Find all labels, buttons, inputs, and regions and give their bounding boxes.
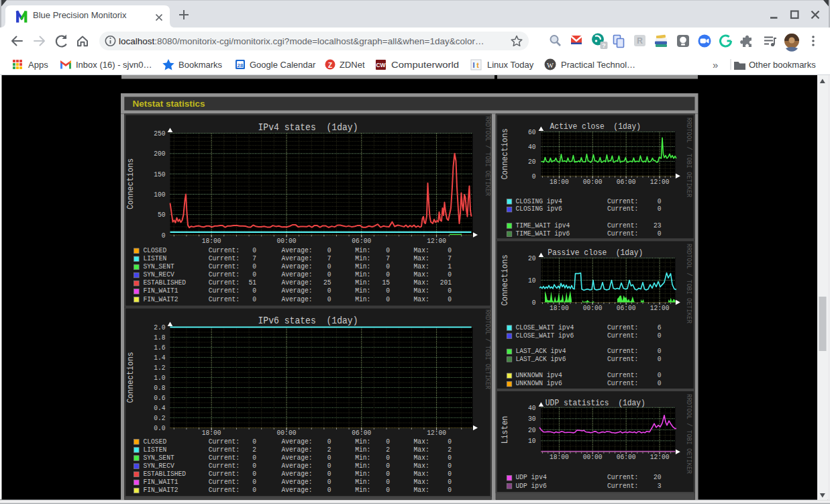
- svg-text:Current:: Current:: [607, 205, 638, 213]
- svg-text:IPv4 states (1day): IPv4 states (1day): [258, 122, 358, 133]
- svg-text:FIN_WAIT1: FIN_WAIT1: [144, 287, 178, 295]
- svg-text:0: 0: [386, 470, 390, 478]
- svg-text:Min:: Min:: [355, 478, 370, 486]
- svg-text:20: 20: [528, 426, 536, 434]
- svg-text:0.8: 0.8: [154, 384, 165, 392]
- svg-text:0: 0: [448, 270, 452, 279]
- svg-text:FIN_WAIT1: FIN_WAIT1: [144, 478, 178, 486]
- svg-text:Current:: Current:: [607, 473, 638, 481]
- svg-text:LISTEN: LISTEN: [144, 254, 167, 262]
- svg-text:25: 25: [323, 279, 331, 287]
- svg-text:0: 0: [448, 470, 452, 478]
- svg-text:Current:: Current:: [209, 254, 240, 262]
- svg-text:00:00: 00:00: [583, 453, 603, 461]
- svg-text:3: 3: [658, 482, 662, 490]
- svg-text:Current:: Current:: [209, 262, 240, 270]
- svg-text:0: 0: [386, 295, 390, 303]
- svg-text:2.0: 2.0: [154, 323, 165, 332]
- svg-text:0: 0: [327, 270, 331, 279]
- svg-text:0: 0: [252, 270, 256, 279]
- svg-text:Average:: Average:: [281, 262, 312, 270]
- svg-text:Current:: Current:: [209, 446, 240, 454]
- svg-text:0: 0: [386, 246, 390, 254]
- svg-text:0: 0: [327, 454, 331, 462]
- svg-text:00:00: 00:00: [583, 304, 603, 312]
- svg-text:06:00: 06:00: [617, 178, 636, 186]
- svg-text:Max:: Max:: [414, 462, 429, 470]
- svg-text:00:00: 00:00: [277, 429, 297, 437]
- svg-text:0: 0: [252, 462, 256, 470]
- svg-text:Current:: Current:: [209, 287, 240, 295]
- svg-text:»: »: [713, 59, 718, 70]
- svg-text:0: 0: [658, 379, 662, 387]
- svg-text:CLOSED: CLOSED: [144, 438, 167, 446]
- svg-text:06:00: 06:00: [352, 237, 371, 245]
- svg-text:FIN_WAIT2: FIN_WAIT2: [144, 295, 178, 303]
- svg-text:CLOSE_WAIT ipv4: CLOSE_WAIT ipv4: [516, 323, 574, 332]
- svg-text:20: 20: [528, 158, 536, 166]
- svg-text:Max:: Max:: [414, 262, 429, 270]
- svg-text:0: 0: [327, 246, 331, 254]
- svg-text:RRDTOOL / TOBI OETIKER: RRDTOOL / TOBI OETIKER: [685, 117, 692, 197]
- svg-text:Min:: Min:: [355, 295, 370, 303]
- svg-text:l: l: [472, 61, 474, 69]
- svg-text:Passive close (1day): Passive close (1day): [548, 248, 643, 258]
- svg-text:6: 6: [658, 323, 662, 332]
- svg-text:Max:: Max:: [414, 470, 429, 478]
- svg-text:0: 0: [658, 230, 662, 238]
- svg-text:CW: CW: [376, 62, 386, 68]
- svg-text:Other bookmarks: Other bookmarks: [749, 60, 816, 70]
- svg-text:Connections: Connections: [500, 128, 510, 179]
- svg-text:FIN_WAIT2: FIN_WAIT2: [144, 486, 178, 494]
- svg-text:Google Calendar: Google Calendar: [250, 60, 316, 70]
- svg-text:Current:: Current:: [607, 379, 638, 387]
- svg-text:UNKNOWN ipv4: UNKNOWN ipv4: [516, 371, 563, 379]
- svg-text:0: 0: [658, 205, 662, 213]
- svg-text:0.6: 0.6: [154, 394, 165, 402]
- svg-text:0: 0: [448, 246, 452, 254]
- svg-text:12:00: 12:00: [427, 237, 446, 245]
- svg-text:40: 40: [528, 143, 536, 151]
- svg-text:12:00: 12:00: [650, 178, 670, 186]
- svg-text:250: 250: [154, 130, 165, 138]
- svg-text:Current:: Current:: [607, 347, 638, 355]
- svg-text:Blue Precision Monitorix: Blue Precision Monitorix: [33, 10, 127, 20]
- svg-text:0: 0: [252, 246, 256, 254]
- svg-text:Current:: Current:: [209, 438, 240, 446]
- svg-text:0: 0: [252, 295, 256, 303]
- svg-text:0: 0: [448, 287, 452, 295]
- svg-text:Current:: Current:: [209, 270, 240, 279]
- svg-text:Max:: Max:: [414, 438, 429, 446]
- svg-text:Average:: Average:: [281, 254, 312, 262]
- svg-text:Min:: Min:: [355, 270, 370, 279]
- svg-text:Apps: Apps: [28, 60, 48, 70]
- svg-text:0: 0: [252, 438, 256, 446]
- svg-text:Current:: Current:: [607, 371, 638, 379]
- svg-text:Average:: Average:: [281, 454, 312, 462]
- svg-text:UNKNOWN ipv6: UNKNOWN ipv6: [516, 379, 562, 387]
- svg-text:0: 0: [252, 262, 256, 270]
- svg-text:Average:: Average:: [281, 478, 312, 486]
- svg-text:18:00: 18:00: [550, 178, 569, 186]
- svg-text:Current:: Current:: [209, 246, 240, 254]
- svg-text:0: 0: [327, 287, 331, 295]
- svg-text:2: 2: [252, 446, 256, 454]
- svg-text:1.6: 1.6: [154, 344, 165, 352]
- svg-text:Min:: Min:: [355, 438, 370, 446]
- svg-text:Current:: Current:: [607, 323, 638, 332]
- svg-text:12:00: 12:00: [650, 453, 670, 461]
- svg-text:51: 51: [248, 279, 256, 287]
- svg-text:t: t: [476, 61, 479, 69]
- svg-text:SYN_SENT: SYN_SENT: [144, 454, 175, 462]
- svg-text:W: W: [547, 62, 554, 69]
- svg-text:Connections: Connections: [500, 254, 510, 305]
- svg-text:Connections: Connections: [125, 158, 136, 209]
- svg-text:TIME_WAIT ipv4: TIME_WAIT ipv4: [516, 221, 570, 230]
- svg-text:CLOSE_WAIT ipv6: CLOSE_WAIT ipv6: [516, 332, 574, 340]
- svg-text:IPv6 states (1day): IPv6 states (1day): [258, 315, 358, 326]
- svg-text:Netstat statistics: Netstat statistics: [133, 99, 205, 109]
- svg-text:Listen: Listen: [500, 416, 510, 444]
- svg-text:0: 0: [386, 262, 390, 270]
- svg-text:00:00: 00:00: [583, 178, 603, 186]
- svg-text:RRDTOOL / TOBI OETIKER: RRDTOOL / TOBI OETIKER: [484, 116, 491, 196]
